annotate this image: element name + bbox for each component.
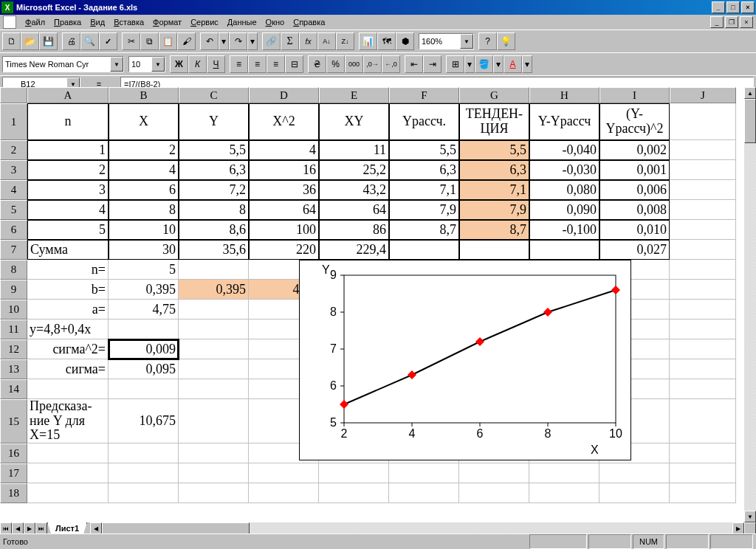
cell[interactable]: 8,7	[459, 220, 529, 240]
cell[interactable]: 6,3	[389, 160, 459, 180]
cell[interactable]	[179, 379, 249, 399]
cell[interactable]	[179, 300, 249, 320]
increase-indent-button[interactable]: ⇥	[423, 55, 441, 73]
cell[interactable]: Сумма	[27, 240, 109, 260]
tab-prev-button[interactable]: ◀	[12, 522, 24, 534]
cell[interactable]	[27, 443, 109, 463]
cell[interactable]: n	[27, 103, 109, 140]
cell[interactable]	[670, 220, 736, 240]
cell[interactable]	[459, 463, 529, 483]
cell[interactable]: y=4,8+0,4x	[27, 320, 109, 339]
cell[interactable]: 5	[27, 220, 109, 240]
cell[interactable]	[670, 483, 736, 503]
cell[interactable]: 0,095	[109, 359, 179, 379]
cell[interactable]: 6,3	[459, 160, 529, 180]
cell[interactable]: 1	[27, 140, 109, 160]
bold-button[interactable]: Ж	[170, 55, 188, 73]
cell[interactable]: 4	[249, 140, 319, 160]
close-button[interactable]: ×	[741, 1, 755, 13]
cell[interactable]	[179, 399, 249, 443]
cell[interactable]: 3	[27, 180, 109, 200]
borders-dropdown[interactable]: ▾	[464, 55, 475, 73]
zoom-combo[interactable]: 160%▼	[419, 33, 474, 49]
cell[interactable]	[670, 280, 736, 300]
tab-last-button[interactable]: ⏭	[35, 522, 47, 534]
scroll-down-button[interactable]: ▼	[744, 511, 756, 522]
font-name-combo[interactable]: Times New Roman Cyr▼	[2, 56, 124, 72]
menu-Сервис[interactable]: Сервис	[186, 16, 223, 28]
cell[interactable]	[670, 463, 736, 483]
cell[interactable]: 16	[249, 160, 319, 180]
mdi-minimize-button[interactable]: _	[710, 16, 724, 28]
cell[interactable]	[599, 463, 670, 483]
cell[interactable]: 7,1	[459, 180, 529, 200]
menu-Формат[interactable]: Формат	[148, 16, 186, 28]
cell[interactable]: 5,5	[179, 140, 249, 160]
menu-Вставка[interactable]: Вставка	[109, 16, 148, 28]
cell[interactable]: n=	[27, 260, 109, 280]
cell[interactable]: 220	[249, 240, 319, 260]
cell[interactable]	[389, 483, 459, 503]
cell[interactable]: 4	[27, 200, 109, 220]
cell[interactable]: 8,6	[179, 220, 249, 240]
cell[interactable]: 8	[179, 200, 249, 220]
cell[interactable]: 5,5	[459, 140, 529, 160]
row-header-5[interactable]: 5	[0, 200, 27, 220]
menu-Окно[interactable]: Окно	[261, 16, 289, 28]
col-header-B[interactable]: B	[109, 87, 179, 103]
row-header-9[interactable]: 9	[0, 280, 27, 300]
sheet-tab[interactable]: Лист1	[47, 522, 87, 535]
cell[interactable]	[109, 320, 179, 339]
cell[interactable]	[249, 463, 319, 483]
cell[interactable]: 0,009	[109, 339, 179, 359]
function-button[interactable]: fx	[299, 32, 317, 50]
row-header-4[interactable]: 4	[0, 180, 27, 200]
align-left-button[interactable]: ≡	[230, 55, 248, 73]
cell[interactable]: 7,9	[459, 200, 529, 220]
decrease-indent-button[interactable]: ⇤	[405, 55, 423, 73]
cell[interactable]: 0,027	[599, 240, 670, 260]
row-header-10[interactable]: 10	[0, 300, 27, 320]
row-header-18[interactable]: 18	[0, 483, 27, 503]
copy-button[interactable]: ⧉	[140, 32, 159, 50]
cell[interactable]	[179, 359, 249, 379]
cell[interactable]: 10	[109, 220, 179, 240]
cell[interactable]: 64	[319, 200, 389, 220]
row-header-8[interactable]: 8	[0, 260, 27, 280]
italic-button[interactable]: К	[188, 55, 207, 73]
cell[interactable]: ТЕНДЕН-ЦИЯ	[459, 103, 529, 140]
cell[interactable]	[670, 200, 736, 220]
fill-dropdown[interactable]: ▾	[493, 55, 504, 73]
tab-first-button[interactable]: ⏮	[0, 522, 12, 534]
cell[interactable]	[319, 463, 389, 483]
cell[interactable]: 0,395	[179, 280, 249, 300]
cell[interactable]	[109, 463, 179, 483]
menu-Данные[interactable]: Данные	[223, 16, 261, 28]
cell[interactable]: 30	[109, 240, 179, 260]
cell[interactable]	[670, 359, 736, 379]
cell[interactable]: 35,6	[179, 240, 249, 260]
col-header-G[interactable]: G	[459, 87, 529, 103]
cell[interactable]	[27, 379, 109, 399]
row-header-6[interactable]: 6	[0, 220, 27, 240]
col-header-C[interactable]: C	[179, 87, 249, 103]
cell[interactable]	[670, 240, 736, 260]
new-button[interactable]: 🗋	[2, 32, 21, 50]
cell[interactable]: Y-Yрассч	[529, 103, 599, 140]
cell[interactable]: 0,002	[599, 140, 670, 160]
col-header-E[interactable]: E	[319, 87, 389, 103]
col-header-I[interactable]: I	[599, 87, 670, 103]
paste-button[interactable]: 📋	[159, 32, 177, 50]
menu-Справка[interactable]: Справка	[289, 16, 329, 28]
cell[interactable]: 8	[109, 200, 179, 220]
help-button[interactable]: ?	[478, 32, 497, 50]
format-painter-button[interactable]: 🖌	[177, 32, 196, 50]
cell[interactable]	[179, 463, 249, 483]
underline-button[interactable]: Ч	[207, 55, 225, 73]
row-header-13[interactable]: 13	[0, 359, 27, 379]
cell[interactable]: 6,3	[179, 160, 249, 180]
cell[interactable]: сигма=	[27, 359, 109, 379]
cell[interactable]	[459, 483, 529, 503]
horizontal-scrollbar[interactable]: ◀ ▶	[90, 522, 744, 534]
cell[interactable]	[27, 483, 109, 503]
